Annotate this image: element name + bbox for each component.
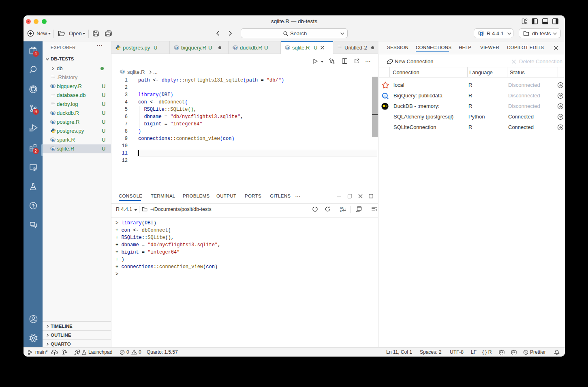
svg-text:R: R [234, 46, 237, 50]
svg-text:R: R [51, 111, 55, 116]
svg-text:R: R [121, 70, 124, 74]
svg-text:c: c [340, 209, 342, 213]
svg-text:R: R [51, 120, 55, 125]
svg-text:R: R [51, 84, 55, 89]
svg-text:R: R [286, 46, 289, 50]
svg-text:R: R [51, 147, 55, 151]
svg-text:R: R [51, 138, 55, 142]
svg-text:R: R [175, 46, 178, 50]
svg-text:R: R [479, 31, 483, 36]
